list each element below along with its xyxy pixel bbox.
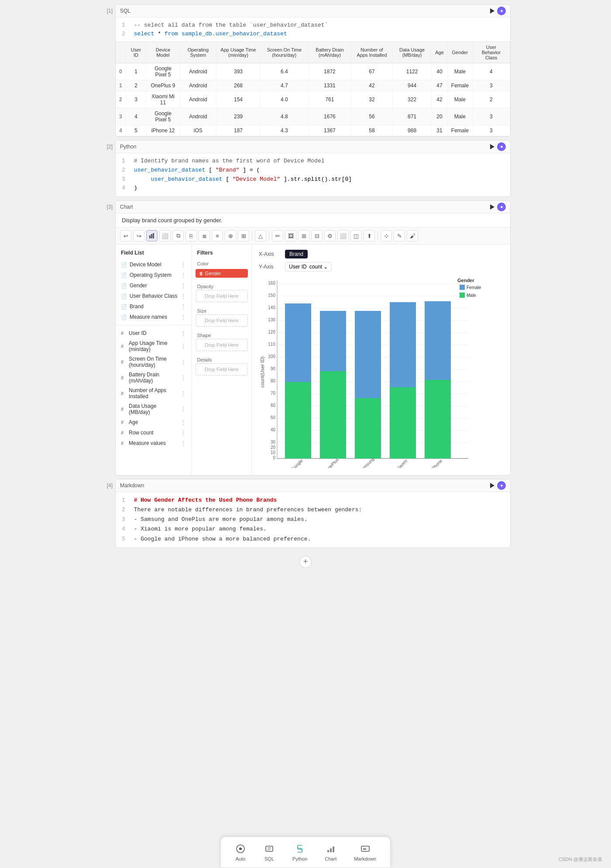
more-icon[interactable]: ⋮	[180, 261, 186, 268]
svg-text:Xiaomi: Xiaomi	[395, 458, 408, 468]
more-icon[interactable]: ⋮	[180, 390, 186, 397]
table-cell: 761	[308, 91, 351, 108]
more-icon[interactable]: ⋮	[180, 440, 186, 447]
xaxis-value[interactable]: Brand	[285, 250, 308, 258]
tab-python[interactable]: Python	[285, 840, 314, 864]
field-label: Age	[129, 419, 138, 425]
draw-btn[interactable]: ✎	[394, 230, 405, 241]
connect-btn[interactable]: ⊹	[381, 230, 392, 241]
field-device-model[interactable]: 📄 Device Model ⋮	[116, 259, 192, 270]
field-measure-names[interactable]: 📄 Measure names ⋮	[116, 312, 192, 322]
table-cell: 67	[351, 63, 393, 80]
settings-btn[interactable]: ⚙	[324, 230, 336, 241]
field-brand[interactable]: 📄 Brand ⋮	[116, 301, 192, 312]
field-row-count[interactable]: # Row count ⋮	[116, 427, 192, 438]
table-cell: 4.8	[260, 108, 308, 125]
cell-3-number: [3]	[100, 200, 113, 210]
table-btn[interactable]: ⊟	[311, 230, 323, 241]
md-line-5: 5 - Google and iPhone show a more balanc…	[122, 534, 504, 544]
expand-btn[interactable]: ⬜	[337, 230, 349, 241]
yaxis-select[interactable]: User ID count ⌄	[285, 262, 332, 272]
redo-button[interactable]: ↪	[133, 230, 144, 241]
table-cell: 47	[432, 80, 448, 91]
undo-button[interactable]: ↩	[120, 230, 131, 241]
table-row: 12OnePlus 9Android2684.713314294447Femal…	[116, 80, 510, 91]
th-apps: Number of Apps Installed	[351, 42, 393, 63]
tab-chart[interactable]: Chart	[318, 840, 343, 864]
hash-icon: #	[121, 441, 126, 446]
more-icon[interactable]: ⋮	[180, 374, 186, 381]
grid-btn[interactable]: ⊞	[238, 230, 249, 241]
field-data-usage[interactable]: # Data Usage (MB/day) ⋮	[116, 401, 192, 417]
table-cell: 239	[216, 108, 261, 125]
field-battery[interactable]: # Battery Drain (mAh/day) ⋮	[116, 370, 192, 386]
more-icon[interactable]: ⋮	[180, 429, 186, 436]
img-btn[interactable]: 🖼	[285, 230, 296, 241]
field-age[interactable]: # Age ⋮	[116, 417, 192, 427]
field-num-apps[interactable]: # Number of Apps Installed ⋮	[116, 386, 192, 401]
size-drop[interactable]: Drop Field Here	[196, 314, 248, 327]
tab-markdown[interactable]: M↓ Markdown	[347, 840, 383, 864]
field-measure-values[interactable]: # Measure values ⋮	[116, 438, 192, 448]
field-operating-system[interactable]: 📄 Operating System ⋮	[116, 270, 192, 280]
table-cell: 3	[472, 125, 510, 136]
svg-rect-45	[460, 293, 465, 298]
tab-sql[interactable]: SQL	[257, 840, 282, 864]
sort-asc-btn[interactable]: ≣	[199, 230, 210, 241]
more-icon[interactable]: ⋮	[180, 358, 186, 365]
opacity-drop[interactable]: Drop Field Here	[196, 290, 248, 302]
more-icon[interactable]: ⋮	[180, 282, 186, 289]
field-screen-on[interactable]: # Screen On Time (hours/day) ⋮	[116, 354, 192, 370]
field-gender[interactable]: 📄 Gender ⋮	[116, 280, 192, 291]
data-table-wrapper: User ID Device Model Operating System Ap…	[116, 41, 510, 136]
brush-btn[interactable]: 🖌	[407, 230, 418, 241]
details-drop[interactable]: Drop Field Here	[196, 363, 248, 375]
field-label: Operating System	[130, 272, 172, 278]
layers-btn[interactable]: ⧉	[172, 230, 184, 241]
table-cell: 187	[216, 125, 261, 136]
table-cell: 154	[216, 91, 261, 108]
svg-rect-54	[333, 847, 334, 852]
field-user-behavior-class[interactable]: 📄 User Behavior Class ⋮	[116, 291, 192, 301]
field-user-id[interactable]: # User ID ⋮	[116, 328, 192, 338]
svg-text:90: 90	[271, 366, 276, 371]
sort-desc-btn[interactable]: ≡	[212, 230, 223, 241]
add-cell-button[interactable]: +	[299, 556, 312, 568]
cell-1-run[interactable]: ✦	[490, 7, 506, 15]
shape-btn[interactable]: △	[255, 230, 266, 241]
add-btn[interactable]: ⊞	[298, 230, 309, 241]
field-app-usage[interactable]: # App Usage Time (min/day) ⋮	[116, 338, 192, 354]
svg-text:30: 30	[271, 440, 276, 444]
delete-icon[interactable]: 🗑	[199, 271, 203, 276]
sql-line-1: 1 -- select all data from the table `use…	[122, 21, 504, 30]
export-btn[interactable]: ⬆	[364, 230, 375, 241]
table-cell: 6.4	[260, 63, 308, 80]
cell-3-run[interactable]: ✦	[490, 203, 506, 211]
more-icon[interactable]: ⋮	[180, 330, 186, 337]
edit-btn[interactable]: ✏	[272, 230, 283, 241]
field-list-panel: Field List 📄 Device Model ⋮ 📄 Operating …	[116, 245, 192, 475]
tab-auto[interactable]: Auto	[228, 840, 253, 864]
sql-icon	[264, 843, 275, 854]
code-view-btn[interactable]: ◫	[350, 230, 362, 241]
more-icon[interactable]: ⋮	[180, 272, 186, 279]
cell-2-run[interactable]: ✦	[490, 142, 506, 151]
more-icon[interactable]: ⋮	[180, 293, 186, 300]
table-cell: 1676	[308, 108, 351, 125]
shape-drop[interactable]: Drop Field Here	[196, 339, 248, 351]
svg-text:160: 160	[268, 281, 275, 286]
gender-filter-chip[interactable]: 🗑 Gender	[196, 269, 248, 278]
more-icon[interactable]: ⋮	[180, 406, 186, 413]
more-icon[interactable]: ⋮	[180, 303, 186, 310]
bar-chart-button[interactable]	[146, 230, 158, 241]
zoom-btn[interactable]: ⊕	[225, 230, 236, 241]
more-icon[interactable]: ⋮	[180, 343, 186, 350]
opacity-label: Opacity	[196, 282, 248, 290]
yaxis-row: Y-Axis User ID count ⌄	[259, 262, 503, 272]
table-type-btn[interactable]: ⬜	[159, 230, 171, 241]
more-icon[interactable]: ⋮	[180, 419, 186, 426]
copy-btn[interactable]: ⎘	[185, 230, 197, 241]
size-label: Size	[196, 307, 248, 314]
cell-4-run[interactable]: ✦	[490, 481, 506, 490]
more-icon[interactable]: ⋮	[180, 313, 186, 320]
